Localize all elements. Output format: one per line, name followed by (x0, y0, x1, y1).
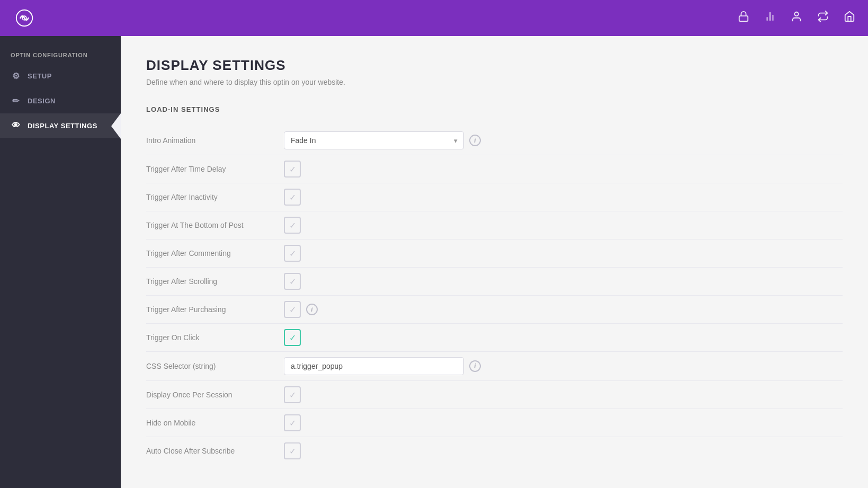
sidebar-section-label: Optin Configuration (0, 45, 121, 64)
control-trigger-commenting: ✓ (284, 245, 301, 262)
control-intro-animation: Fade In Slide In None i (284, 131, 481, 149)
control-trigger-scrolling: ✓ (284, 273, 301, 290)
content-area: Display Settings Define when and where t… (121, 36, 868, 488)
intro-animation-select[interactable]: Fade In Slide In None (284, 131, 464, 149)
row-trigger-bottom-post: Trigger At The Bottom of Post ✓ (146, 211, 843, 239)
label-trigger-scrolling: Trigger After Scrolling (146, 277, 284, 286)
section-heading: Load-In Settings (146, 105, 843, 113)
label-trigger-purchasing: Trigger After Purchasing (146, 305, 284, 314)
label-trigger-inactivity: Trigger After Inactivity (146, 193, 284, 201)
row-intro-animation: Intro Animation Fade In Slide In None i (146, 126, 843, 155)
label-trigger-commenting: Trigger After Commenting (146, 249, 284, 258)
control-display-once-per-session: ✓ (284, 386, 301, 403)
label-display-once-per-session: Display Once Per Session (146, 391, 284, 399)
row-trigger-scrolling: Trigger After Scrolling ✓ (146, 268, 843, 296)
checkbox-trigger-inactivity[interactable]: ✓ (284, 189, 301, 206)
row-trigger-commenting: Trigger After Commenting ✓ (146, 239, 843, 268)
sidebar-item-setup[interactable]: ⚙ Setup (0, 64, 121, 88)
gear-icon: ⚙ (11, 71, 21, 81)
control-trigger-bottom-post: ✓ (284, 217, 301, 234)
label-trigger-on-click: Trigger On Click (146, 333, 284, 342)
row-display-once-per-session: Display Once Per Session ✓ (146, 381, 843, 409)
label-trigger-time-delay: Trigger After Time Delay (146, 165, 284, 173)
checkbox-trigger-commenting[interactable]: ✓ (284, 245, 301, 262)
row-css-selector: CSS Selector (string) i (146, 352, 843, 381)
top-header (0, 0, 868, 36)
header-icon-group (738, 11, 855, 25)
control-auto-close-after-subscribe: ✓ (284, 442, 301, 459)
info-icon-animation[interactable]: i (469, 135, 481, 146)
label-css-selector: CSS Selector (string) (146, 362, 284, 370)
label-auto-close-after-subscribe: Auto Close After Subscribe (146, 447, 284, 455)
sidebar: Optin Configuration ⚙ Setup ✏ Design 👁 D… (0, 36, 121, 488)
sidebar-item-setup-label: Setup (28, 72, 52, 80)
checkbox-trigger-purchasing[interactable]: ✓ (284, 301, 301, 318)
pencil-icon: ✏ (11, 96, 21, 106)
sidebar-item-display-settings[interactable]: 👁 Display Settings (0, 113, 121, 138)
sidebar-item-display-label: Display Settings (28, 122, 97, 130)
info-icon-purchasing[interactable]: i (306, 304, 318, 315)
chart-icon[interactable] (764, 11, 776, 25)
checkbox-trigger-scrolling[interactable]: ✓ (284, 273, 301, 290)
control-css-selector: i (284, 357, 481, 375)
info-icon-css-selector[interactable]: i (469, 360, 481, 372)
row-trigger-inactivity: Trigger After Inactivity ✓ (146, 183, 843, 211)
sidebar-item-design-label: Design (28, 97, 56, 105)
lock-icon[interactable] (738, 11, 749, 25)
control-trigger-purchasing: ✓ i (284, 301, 318, 318)
checkbox-display-once-per-session[interactable]: ✓ (284, 386, 301, 403)
checkbox-trigger-bottom-post[interactable]: ✓ (284, 217, 301, 234)
control-trigger-on-click: ✓ (284, 329, 301, 346)
row-hide-on-mobile: Hide on Mobile ✓ (146, 409, 843, 437)
checkbox-hide-on-mobile[interactable]: ✓ (284, 414, 301, 431)
main-layout: Optin Configuration ⚙ Setup ✏ Design 👁 D… (0, 36, 868, 488)
svg-rect-2 (739, 16, 748, 21)
row-trigger-on-click: Trigger On Click ✓ (146, 324, 843, 352)
page-title: Display Settings (146, 57, 843, 74)
select-wrapper-animation: Fade In Slide In None (284, 131, 464, 149)
css-selector-input[interactable] (284, 357, 464, 375)
page-subtitle: Define when and where to display this op… (146, 78, 843, 86)
user-icon[interactable] (791, 11, 802, 25)
control-hide-on-mobile: ✓ (284, 414, 301, 431)
svg-point-6 (794, 12, 798, 16)
home-icon[interactable] (844, 11, 855, 25)
app-logo[interactable] (13, 6, 36, 30)
control-trigger-time-delay: ✓ (284, 161, 301, 178)
control-trigger-inactivity: ✓ (284, 189, 301, 206)
sidebar-item-design[interactable]: ✏ Design (0, 88, 121, 113)
row-trigger-time-delay: Trigger After Time Delay ✓ (146, 155, 843, 183)
checkbox-auto-close-after-subscribe[interactable]: ✓ (284, 442, 301, 459)
transfer-icon[interactable] (817, 11, 829, 25)
label-intro-animation: Intro Animation (146, 136, 284, 145)
label-trigger-bottom-post: Trigger At The Bottom of Post (146, 221, 284, 229)
checkbox-trigger-time-delay[interactable]: ✓ (284, 161, 301, 178)
checkbox-trigger-on-click[interactable]: ✓ (284, 329, 301, 346)
row-trigger-purchasing: Trigger After Purchasing ✓ i (146, 296, 843, 324)
label-hide-on-mobile: Hide on Mobile (146, 419, 284, 427)
eye-icon: 👁 (11, 121, 21, 130)
row-auto-close-after-subscribe: Auto Close After Subscribe ✓ (146, 437, 843, 465)
